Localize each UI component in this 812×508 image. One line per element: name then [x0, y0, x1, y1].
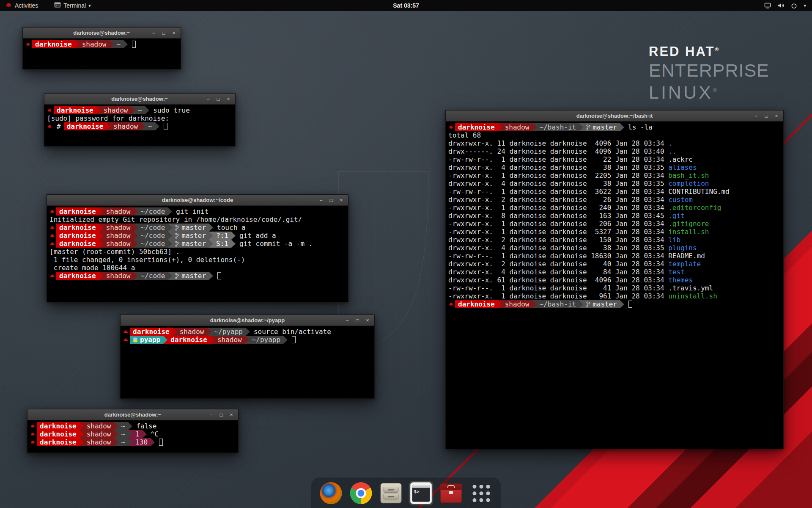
- powerline-separator-icon: [99, 240, 103, 248]
- prompt-segment-text: darknoise: [458, 123, 495, 131]
- powerline-separator-icon: [141, 122, 145, 130]
- terminal-content[interactable]: darknoiseshadow~/codegit initInitialized…: [47, 206, 348, 282]
- output-text: drwxrwxr-x. 4 darknoise darknoise 38 Jan…: [448, 163, 668, 171]
- window-maximize-button[interactable]: □: [762, 112, 771, 120]
- prompt-segment-text: shadow: [87, 422, 111, 430]
- chrome-icon[interactable]: [349, 481, 373, 505]
- terminal-output-line: 1 file changed, 0 insertions(+), 0 delet…: [49, 256, 346, 264]
- power-icon[interactable]: [791, 3, 797, 9]
- window-titlebar[interactable]: darknoise@shadow:~−□×: [44, 94, 235, 105]
- file-name: .: [668, 139, 672, 147]
- window-minimize-button[interactable]: −: [343, 316, 351, 324]
- window-minimize-button[interactable]: −: [149, 29, 158, 37]
- window-close-button[interactable]: ×: [363, 316, 372, 324]
- terminal-output-line: Initialized empty Git repository in /hom…: [49, 215, 346, 224]
- redhat-prompt-icon: [123, 328, 130, 336]
- prompt-segment-text: shadow: [505, 300, 529, 308]
- window-maximize-button[interactable]: □: [353, 316, 362, 324]
- file-name: .git: [668, 212, 685, 220]
- prompt-segment-user: darknoise: [56, 224, 99, 232]
- window-close-button[interactable]: ×: [337, 196, 346, 204]
- prompt-segment-path: ~/code: [138, 232, 168, 240]
- window-minimize-button[interactable]: −: [207, 411, 215, 419]
- window-controls: −□×: [343, 316, 374, 324]
- app-menu-terminal[interactable]: Terminal ▾: [49, 0, 96, 11]
- terminal-window: darknoise@shadow:~−□×darknoiseshadow~: [22, 27, 181, 69]
- powerline-separator-icon: [80, 422, 84, 430]
- files-icon[interactable]: [379, 481, 403, 505]
- prompt-segment-path: ~: [145, 122, 155, 130]
- file-name: themes: [668, 276, 693, 284]
- git-branch-icon: [586, 301, 590, 307]
- window-maximize-button[interactable]: □: [159, 29, 168, 37]
- terminal-output-line: -rwxrwxr-x. 1 darknoise darknoise 206 Ja…: [448, 220, 781, 228]
- window-minimize-button[interactable]: −: [204, 95, 212, 103]
- volume-icon[interactable]: [777, 3, 785, 8]
- prompt-segment-user: darknoise: [56, 240, 99, 248]
- window-close-button[interactable]: ×: [772, 112, 781, 120]
- powerline-separator-icon: [114, 422, 118, 430]
- powerline-separator-icon: [99, 272, 103, 280]
- app-grid-icon[interactable]: [469, 481, 494, 505]
- terminal-content[interactable]: darknoiseshadow~/bash-itmasterls -latota…: [446, 121, 783, 310]
- powerline-separator-icon: [207, 328, 211, 336]
- powerline-separator-icon: [620, 300, 624, 308]
- firefox-icon[interactable]: [319, 481, 343, 505]
- redhat-prompt-icon: [49, 224, 56, 232]
- activities-button[interactable]: Activities: [0, 0, 43, 11]
- output-text: -rwxrwxr-x. 1 darknoise darknoise 2205 J…: [448, 171, 668, 179]
- terminal-prompt-line: #darknoiseshadow~: [47, 122, 233, 130]
- powerline-separator-icon: [128, 430, 132, 438]
- window-titlebar[interactable]: darknoise@shadow:~−□×: [23, 28, 181, 39]
- powerline-separator-icon: [231, 240, 236, 248]
- prompt-segment-user: darknoise: [455, 300, 498, 308]
- powerline-separator-icon: [168, 240, 172, 248]
- window-close-button[interactable]: ×: [170, 29, 178, 37]
- window-titlebar[interactable]: darknoise@shadow:~/pyapp−□×: [121, 315, 374, 326]
- window-maximize-button[interactable]: □: [214, 95, 222, 103]
- prompt-segment-path: ~/pyapp: [211, 328, 246, 336]
- window-titlebar[interactable]: darknoise@shadow:~−□×: [27, 409, 238, 420]
- prompt-segment-text: shadow: [87, 438, 111, 446]
- window-titlebar[interactable]: darknoise@shadow:~/bash-it−□×: [446, 110, 783, 121]
- file-name: .editorconfig: [668, 204, 721, 212]
- terminal-content[interactable]: darknoiseshadow~/pyappsource bin/activat…: [121, 326, 374, 345]
- file-name: custom: [668, 196, 693, 204]
- output-text: -rw-rw-r--. 1 darknoise darknoise 18630 …: [448, 252, 668, 260]
- display-icon[interactable]: [764, 3, 771, 9]
- clock[interactable]: Sat 03:57: [393, 2, 419, 9]
- window-close-button[interactable]: ×: [227, 411, 236, 419]
- powerline-separator-icon: [620, 123, 624, 131]
- terminal-output-line: create mode 100644 a: [49, 264, 346, 272]
- terminal-content[interactable]: darknoiseshadow~: [23, 39, 181, 50]
- prompt-segment-text: shadow: [106, 232, 131, 240]
- app-grid-icon-art: [472, 485, 490, 502]
- prompt-segment-text: ~/code: [141, 240, 165, 248]
- window-minimize-button[interactable]: −: [317, 196, 325, 204]
- output-text: total 68: [448, 131, 481, 139]
- command-text: source bin/activate: [254, 328, 331, 336]
- output-text: -rwxrwxr-x. 1 darknoise darknoise 961 Ja…: [448, 292, 668, 300]
- prompt-segment-path: ~/code: [138, 207, 168, 215]
- redhat-prompt-icon: [448, 300, 455, 308]
- caret-down-icon[interactable]: ▾: [804, 3, 806, 8]
- prompt-segment-text: darknoise: [67, 122, 104, 130]
- terminal-output-line: -rwxrwxr-x. 1 darknoise darknoise 5327 J…: [448, 228, 781, 236]
- window-maximize-button[interactable]: □: [217, 411, 225, 419]
- prompt-segment-text: darknoise: [59, 207, 96, 215]
- prompt-segment-text: ~/code: [141, 232, 165, 240]
- terminal-prompt-line: darknoiseshadow~/codemaster?:1git add a: [49, 232, 346, 240]
- window-maximize-button[interactable]: □: [327, 196, 335, 204]
- software-icon[interactable]: [439, 481, 464, 505]
- terminal-content[interactable]: darknoiseshadow~sudo true[sudo] password…: [44, 105, 235, 132]
- terminal-content[interactable]: darknoiseshadow~falsedarknoiseshadow~1^C…: [27, 420, 238, 448]
- powerline-separator-icon: [151, 438, 155, 446]
- window-titlebar[interactable]: darknoise@shadow:~/code−□×: [47, 195, 348, 206]
- window-title: darknoise@shadow:~/code: [47, 197, 348, 203]
- terminal-icon[interactable]: $>: [409, 481, 433, 505]
- prompt-segment-text: #: [57, 122, 61, 130]
- terminal-output-line: drwxrwxr-x. 11 darknoise darknoise 4096 …: [448, 139, 781, 147]
- window-close-button[interactable]: ×: [224, 95, 233, 103]
- terminal-output-line: drwxrwxr-x. 2 darknoise darknoise 150 Ja…: [448, 236, 781, 244]
- window-minimize-button[interactable]: −: [752, 112, 760, 120]
